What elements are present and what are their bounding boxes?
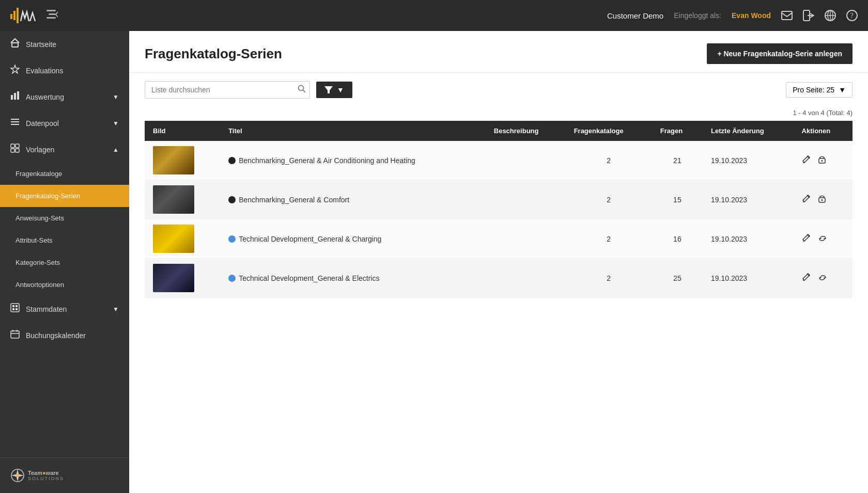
customer-demo-label: Customer Demo [607, 11, 663, 20]
sidebar-label-auswertung: Auswertung [26, 93, 64, 101]
cell-fragen: 21 [652, 141, 703, 180]
sidebar-label-buchungskalender: Buchungskalender [26, 331, 86, 340]
row-title-text: Benchmarking_General & Air Conditioning … [239, 156, 415, 165]
sidebar: Startseite Evaluations Auswertung ▼ [0, 31, 129, 493]
username-label: Evan Wood [732, 11, 771, 20]
new-serie-button[interactable]: + Neue Fragenkatalog-Serie anlegen [707, 43, 853, 64]
sidebar-item-fragenkatalog-serien[interactable]: Fragenkatalog-Serien [0, 185, 129, 207]
cell-image [145, 141, 220, 180]
col-header-letzte-aenderung: Letzte Änderung [703, 121, 794, 141]
table-row: Technical Development_General & Electric… [145, 259, 853, 298]
svg-marker-40 [324, 86, 333, 93]
svg-point-48 [821, 199, 823, 201]
sidebar-item-kategorie-sets[interactable]: Kategorie-Sets [0, 251, 129, 274]
svg-marker-16 [11, 65, 19, 73]
status-dot-icon [228, 275, 236, 282]
sidebar-label-fragenkatalog-serien: Fragenkatalog-Serien [16, 192, 80, 200]
svg-rect-28 [12, 305, 14, 307]
sidebar-item-evaluations[interactable]: Evaluations [0, 57, 129, 84]
svg-rect-5 [47, 17, 56, 19]
table-row: Benchmarking_General & Air Conditioning … [145, 141, 853, 180]
filter-button[interactable]: ▼ [316, 82, 352, 98]
cell-image [145, 219, 220, 259]
col-header-beschreibung: Beschreibung [486, 121, 566, 141]
pagination-info: 1 - 4 von 4 (Total: 4) [129, 107, 868, 121]
svg-rect-29 [16, 305, 18, 307]
cell-title: Benchmarking_General & Comfort [220, 180, 486, 219]
per-page-label: Pro Seite: 25 [793, 86, 834, 94]
cell-aktionen [794, 141, 853, 180]
sidebar-item-fragenkataloge[interactable]: Fragenkataloge [0, 163, 129, 185]
svg-rect-19 [17, 91, 19, 100]
sidebar-item-auswertung[interactable]: Auswertung ▼ [0, 84, 129, 110]
filter-dropdown-icon: ▼ [337, 86, 344, 94]
sidebar-item-antwortoptionen[interactable]: Antwortoptionen [0, 274, 129, 296]
lock-button[interactable] [817, 154, 827, 166]
row-title-text: Benchmarking_General & Comfort [239, 196, 349, 204]
row-title-text: Technical Development_General & Charging [239, 235, 381, 243]
sidebar-label-startseite: Startseite [26, 40, 56, 49]
svg-rect-3 [47, 10, 56, 11]
svg-rect-17 [11, 95, 13, 100]
sidebar-item-vorlagen[interactable]: Vorlagen ▲ [0, 136, 129, 163]
sidebar-label-vorlagen: Vorlagen [26, 146, 54, 154]
main-layout: Startseite Evaluations Auswertung ▼ [0, 31, 868, 493]
search-input[interactable] [145, 81, 310, 99]
svg-rect-15 [12, 43, 18, 47]
page-title: Fragenkatalog-Serien [145, 46, 282, 62]
sidebar-label-stammdaten: Stammdaten [26, 305, 67, 313]
sidebar-item-attribut-sets[interactable]: Attribut-Sets [0, 229, 129, 251]
svg-text:?: ? [850, 12, 854, 20]
edit-button[interactable] [802, 272, 811, 284]
svg-line-39 [303, 90, 306, 93]
chevron-up-icon-vorlagen: ▲ [113, 146, 119, 153]
svg-rect-4 [49, 13, 56, 15]
cell-fragen: 15 [652, 180, 703, 219]
content-header: Fragenkatalog-Serien + Neue Fragenkatalo… [129, 31, 868, 73]
row-title-text: Technical Development_General & Electric… [239, 274, 379, 282]
cell-aktionen [794, 219, 853, 259]
svg-rect-0 [10, 14, 12, 19]
sidebar-footer: Team●ware SOLUTIONS [0, 457, 129, 493]
link-button[interactable] [817, 273, 828, 283]
cell-image [145, 259, 220, 298]
lock-button[interactable] [817, 194, 827, 205]
mail-icon[interactable] [781, 11, 793, 20]
edit-button[interactable] [802, 233, 811, 245]
svg-rect-32 [11, 331, 19, 338]
language-icon[interactable] [825, 10, 836, 21]
cell-fragenkataloge: 2 [566, 259, 652, 298]
cell-title: Technical Development_General & Electric… [220, 259, 486, 298]
topbar-right: Customer Demo Eingeloggt als: Evan Wood [607, 10, 858, 21]
sidebar-item-anweisung-sets[interactable]: Anweisung-Sets [0, 207, 129, 229]
cell-beschreibung [486, 219, 566, 259]
edit-button[interactable] [802, 194, 811, 205]
cell-beschreibung [486, 180, 566, 219]
col-header-fragenkataloge: Fragenkataloge [566, 121, 652, 141]
cell-title: Technical Development_General & Charging [220, 219, 486, 259]
sidebar-item-datenpool[interactable]: Datenpool ▼ [0, 110, 129, 136]
collapse-sidebar-button[interactable] [47, 10, 58, 22]
edit-button[interactable] [802, 154, 811, 166]
search-button[interactable] [298, 85, 306, 95]
chevron-down-icon-datenpool: ▼ [113, 120, 119, 127]
cell-beschreibung [486, 141, 566, 180]
svg-rect-23 [11, 144, 14, 148]
svg-rect-24 [16, 144, 19, 148]
database-icon [10, 117, 20, 129]
help-icon[interactable]: ? [846, 10, 858, 21]
sidebar-item-stammdaten[interactable]: Stammdaten ▼ [0, 296, 129, 322]
sidebar-item-startseite[interactable]: Startseite [0, 31, 129, 57]
cell-fragenkataloge: 2 [566, 141, 652, 180]
row-image-placeholder [153, 225, 194, 253]
svg-point-44 [821, 160, 823, 162]
logout-icon[interactable] [803, 10, 814, 21]
col-header-titel: Titel [220, 121, 486, 141]
col-header-aktionen: Aktionen [794, 121, 853, 141]
per-page-selector[interactable]: Pro Seite: 25 ▼ [786, 82, 853, 98]
link-button[interactable] [817, 233, 828, 244]
sidebar-item-buchungskalender[interactable]: Buchungskalender [0, 322, 129, 348]
svg-rect-18 [14, 93, 16, 100]
chart-icon [10, 91, 20, 103]
sidebar-label-anweisung-sets: Anweisung-Sets [16, 214, 64, 222]
